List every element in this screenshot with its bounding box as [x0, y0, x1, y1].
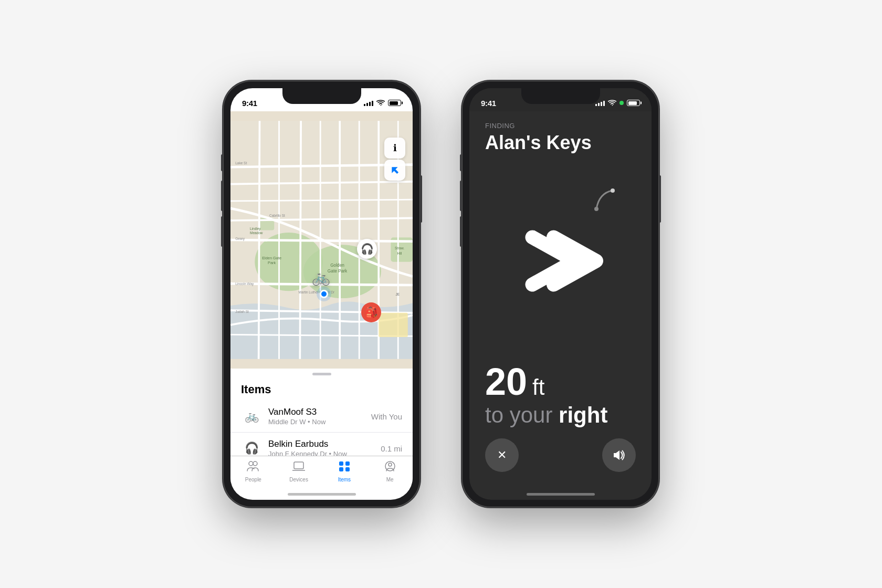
svg-text:Lake St: Lake St — [235, 161, 247, 165]
tab-items-label: Items — [338, 477, 351, 482]
map-location-button[interactable] — [384, 160, 405, 181]
volume-up-button — [221, 181, 223, 211]
phone-1-frame: 9:41 — [223, 81, 420, 507]
status-icons-2 — [595, 100, 640, 106]
tab-me[interactable]: Me — [367, 460, 413, 482]
close-icon: ✕ — [497, 448, 507, 462]
svg-point-37 — [249, 461, 253, 466]
list-item[interactable]: 🎧 Belkin Earbuds John F Kennedy Dr • Now… — [230, 433, 413, 456]
svg-text:JE: JE — [396, 292, 400, 296]
home-indicator — [288, 493, 356, 496]
svg-text:Hill: Hill — [397, 251, 402, 255]
svg-text:Gate Park: Gate Park — [328, 268, 348, 274]
svg-text:Lincoln Way: Lincoln Way — [235, 282, 254, 286]
svg-text:Meadow: Meadow — [250, 231, 263, 235]
tab-me-label: Me — [386, 477, 394, 482]
distance-area: 20 ft to your right — [485, 363, 636, 428]
svg-rect-43 — [339, 467, 343, 471]
people-tab-icon — [247, 460, 259, 475]
arc-indicator — [589, 185, 620, 217]
mute-button — [221, 154, 223, 171]
item-info: VanMoof S3 Middle Dr W • Now — [268, 407, 371, 426]
tab-items[interactable]: Items — [322, 460, 368, 482]
speaker-icon — [612, 449, 626, 461]
map-info-button[interactable]: ℹ — [384, 138, 405, 159]
svg-point-38 — [253, 461, 257, 466]
person-circle-icon — [384, 460, 396, 472]
power-button — [420, 175, 422, 223]
battery-fill-2 — [628, 101, 637, 105]
finding-body: FINDING Alan's Keys — [469, 111, 652, 438]
item-subtitle: John F Kennedy Dr • Now — [268, 450, 381, 456]
battery-icon-2 — [627, 100, 640, 106]
camera-indicator — [620, 101, 624, 105]
notch — [282, 88, 361, 104]
item-distance: 0.1 mi — [381, 444, 402, 453]
me-tab-icon — [384, 460, 396, 475]
svg-text:Golden: Golden — [330, 262, 344, 268]
volume-up-button-2 — [460, 181, 462, 211]
direction-area — [485, 170, 636, 352]
finding-title: Alan's Keys — [485, 132, 636, 154]
tab-devices[interactable]: Devices — [276, 460, 322, 482]
findmy-items-screen: 9:41 — [230, 88, 413, 500]
notch-2 — [521, 88, 600, 104]
wifi-icon — [376, 100, 385, 106]
mute-button-2 — [460, 154, 462, 171]
item-earbuds-icon: 🎧 — [241, 438, 262, 456]
svg-text:Elden Gate: Elden Gate — [262, 256, 281, 260]
people-icon — [247, 460, 259, 472]
sound-button[interactable] — [602, 438, 636, 472]
tab-people-label: People — [245, 477, 261, 482]
items-title: Items — [230, 375, 413, 401]
svg-text:Judah St: Judah St — [235, 310, 249, 313]
finding-label: FINDING — [485, 122, 636, 130]
finding-screen: 9:41 — [469, 88, 652, 500]
battery-fill — [390, 101, 398, 105]
grid-icon — [338, 460, 351, 472]
items-section: Items 🚲 VanMoof S3 Middle Dr W • Now Wit… — [230, 375, 413, 456]
svg-rect-41 — [339, 461, 343, 466]
user-location-pin — [320, 290, 328, 298]
home-indicator-2 — [527, 493, 595, 496]
svg-rect-21 — [379, 313, 408, 337]
map-controls: ℹ — [384, 138, 405, 181]
svg-text:Martin Luther King Jr Dr: Martin Luther King Jr Dr — [299, 290, 335, 295]
svg-text:Geary: Geary — [235, 237, 245, 241]
svg-rect-42 — [345, 461, 350, 466]
power-button-2 — [659, 175, 661, 223]
item-info: Belkin Earbuds John F Kennedy Dr • Now — [268, 439, 381, 456]
svg-point-47 — [594, 207, 598, 211]
svg-point-46 — [388, 463, 392, 466]
svg-line-15 — [300, 121, 301, 359]
item-distance: With You — [371, 412, 402, 421]
list-item[interactable]: 🚲 VanMoof S3 Middle Dr W • Now With You — [230, 401, 413, 433]
bike-pin: 🚲 — [312, 269, 330, 286]
item-bike-icon: 🚲 — [241, 406, 262, 427]
svg-line-13 — [259, 121, 260, 359]
laptop-icon — [292, 460, 305, 472]
distance-direction: to your right — [485, 403, 636, 428]
wifi-icon-2 — [608, 100, 616, 106]
svg-point-48 — [611, 188, 615, 193]
phone-1-screen: 9:41 — [230, 88, 413, 500]
status-time: 9:41 — [242, 99, 257, 108]
finding-actions: ✕ — [469, 438, 652, 493]
volume-down-button — [221, 216, 223, 247]
status-time-2: 9:41 — [481, 99, 496, 108]
items-tab-icon — [338, 460, 351, 475]
phone-2-screen: 9:41 — [469, 88, 652, 500]
item-subtitle: Middle Dr W • Now — [268, 418, 371, 426]
signal-icon — [364, 100, 373, 106]
location-arrow-icon — [390, 165, 400, 175]
svg-text:Cabrillo St: Cabrillo St — [269, 214, 285, 218]
svg-text:Park: Park — [268, 260, 276, 265]
item-name: Belkin Earbuds — [268, 439, 381, 449]
direction-arrow — [513, 214, 608, 308]
volume-down-button-2 — [460, 216, 462, 247]
tab-people[interactable]: People — [230, 460, 276, 482]
tab-bar: People Devices — [230, 456, 413, 493]
svg-rect-44 — [345, 467, 350, 471]
headphones-pin: 🎧 — [357, 239, 377, 259]
close-finding-button[interactable]: ✕ — [485, 438, 519, 472]
